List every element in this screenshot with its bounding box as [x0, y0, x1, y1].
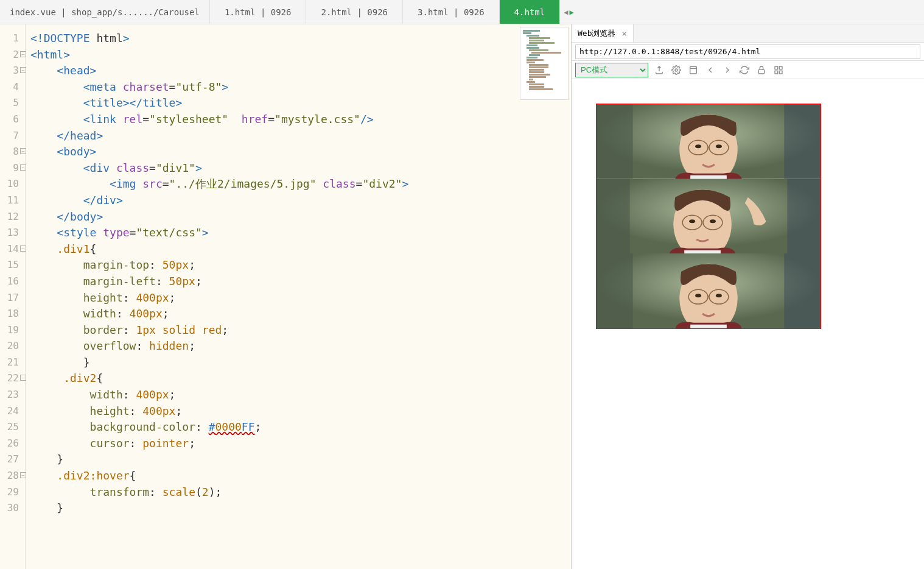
code-line[interactable]: height: 400px;: [30, 403, 571, 420]
svg-rect-7: [779, 71, 782, 74]
code-line[interactable]: </head>: [30, 128, 571, 144]
code-line[interactable]: .div2{: [30, 370, 571, 387]
fold-icon[interactable]: −: [20, 148, 26, 154]
browser-tab[interactable]: Web浏览器 ×: [572, 24, 634, 42]
export-icon[interactable]: [653, 64, 665, 76]
tab-1-html[interactable]: 1.html | 0926: [210, 0, 307, 24]
code-line[interactable]: }: [30, 451, 571, 468]
code-line[interactable]: <head>: [30, 63, 571, 79]
line-number: 3−: [0, 63, 25, 79]
code-line[interactable]: </div>: [30, 193, 571, 209]
preview-viewport: [572, 79, 924, 569]
code-line[interactable]: border: 1px solid red;: [30, 322, 571, 339]
code-line[interactable]: cursor: pointer;: [30, 436, 571, 452]
code-line[interactable]: </body>: [30, 209, 571, 225]
line-number: 2−: [0, 47, 25, 63]
line-number: 1: [0, 30, 25, 47]
svg-rect-6: [775, 71, 778, 74]
fold-icon[interactable]: −: [20, 375, 26, 381]
svg-rect-3: [758, 69, 764, 74]
svg-point-0: [675, 69, 677, 71]
code-line[interactable]: <html>: [30, 47, 571, 63]
editor-pane: 12−3−45678−9−1011121314−1516171819202122…: [0, 24, 571, 569]
gear-icon[interactable]: [670, 64, 682, 76]
line-number: 30: [0, 500, 25, 517]
code-line[interactable]: <title></title>: [30, 95, 571, 111]
code-line[interactable]: .div2:hover{: [30, 468, 571, 484]
fold-icon[interactable]: −: [20, 246, 26, 252]
preview-image-slice-3: [597, 253, 821, 328]
preview-image-slice-1: [597, 104, 821, 179]
line-number: 11: [0, 193, 25, 209]
code-line[interactable]: margin-left: 50px;: [30, 274, 571, 290]
code-line[interactable]: <style type="text/css">: [30, 225, 571, 241]
code-line[interactable]: overflow: hidden;: [30, 338, 571, 355]
svg-rect-5: [779, 66, 782, 69]
browser-pane: Web浏览器 × PC模式: [571, 24, 924, 569]
code-line[interactable]: .div1{: [30, 241, 571, 258]
line-number: 6: [0, 111, 25, 128]
code-line[interactable]: height: 400px;: [30, 290, 571, 306]
tab-2-html[interactable]: 2.html | 0926: [306, 0, 403, 24]
tab-next-icon[interactable]: ▶: [569, 8, 573, 16]
minimap[interactable]: [520, 27, 569, 100]
svg-point-32: [716, 294, 722, 298]
tab-prev-icon[interactable]: ◀: [564, 8, 568, 16]
code-line[interactable]: <meta charset="utf-8">: [30, 79, 571, 96]
line-number: 7: [0, 128, 25, 144]
fold-icon[interactable]: −: [20, 164, 26, 171]
code-area[interactable]: <!DOCTYPE html><html> <head> <meta chars…: [26, 24, 571, 569]
forward-icon[interactable]: [721, 64, 733, 76]
svg-point-31: [695, 294, 701, 298]
browser-tabbar: Web浏览器 ×: [572, 24, 924, 43]
code-line[interactable]: <link rel="stylesheet" href="mystyle.css…: [30, 111, 571, 128]
line-number: 13: [0, 225, 25, 241]
svg-point-22: [689, 219, 695, 223]
svg-point-12: [695, 144, 701, 148]
preview-image-slice-2: [597, 179, 821, 254]
code-line[interactable]: }: [30, 500, 571, 517]
browser-toolbar: PC模式: [572, 61, 924, 79]
code-line[interactable]: width: 400px;: [30, 387, 571, 403]
gutter: 12−3−45678−9−1011121314−1516171819202122…: [0, 24, 26, 569]
line-number: 10: [0, 176, 25, 193]
back-icon[interactable]: [704, 64, 716, 76]
code-line[interactable]: <img src="../作业2/images/5.jpg" class="di…: [30, 176, 571, 193]
line-number: 29: [0, 484, 25, 501]
line-number: 28−: [0, 468, 25, 484]
code-line[interactable]: <div class="div1">: [30, 160, 571, 177]
mode-select[interactable]: PC模式: [575, 63, 648, 77]
code-line[interactable]: <body>: [30, 144, 571, 160]
fold-icon[interactable]: −: [20, 472, 26, 478]
line-number: 12: [0, 209, 25, 225]
url-input[interactable]: [575, 44, 920, 59]
line-number: 15: [0, 257, 25, 274]
code-line[interactable]: margin-top: 50px;: [30, 257, 571, 274]
svg-rect-28: [597, 253, 633, 328]
svg-rect-29: [784, 253, 821, 328]
svg-rect-10: [784, 104, 821, 179]
svg-point-13: [716, 144, 722, 148]
code-line[interactable]: <!DOCTYPE html>: [30, 30, 571, 47]
close-icon[interactable]: ×: [621, 29, 626, 38]
line-number: 23: [0, 387, 25, 403]
line-number: 14−: [0, 241, 25, 258]
code-line[interactable]: }: [30, 355, 571, 371]
code-line[interactable]: width: 400px;: [30, 306, 571, 322]
line-number: 5: [0, 95, 25, 111]
device-icon[interactable]: [687, 64, 699, 76]
tab-4-html[interactable]: 4.html: [500, 0, 561, 24]
code-line[interactable]: background-color: #0000FF;: [30, 419, 571, 436]
grid-icon[interactable]: [772, 64, 785, 76]
refresh-icon[interactable]: [738, 64, 751, 76]
tab-3-html[interactable]: 3.html | 0926: [403, 0, 500, 24]
svg-rect-19: [597, 179, 630, 254]
code-line[interactable]: transform: scale(2);: [30, 484, 571, 501]
line-number: 27: [0, 451, 25, 468]
tab-index-vue[interactable]: index.vue | shop_app/s....../Carousel: [0, 0, 210, 24]
line-number: 22−: [0, 370, 25, 387]
lock-icon[interactable]: [755, 64, 768, 76]
fold-icon[interactable]: −: [20, 51, 26, 57]
line-number: 21: [0, 355, 25, 371]
fold-icon[interactable]: −: [20, 67, 26, 73]
